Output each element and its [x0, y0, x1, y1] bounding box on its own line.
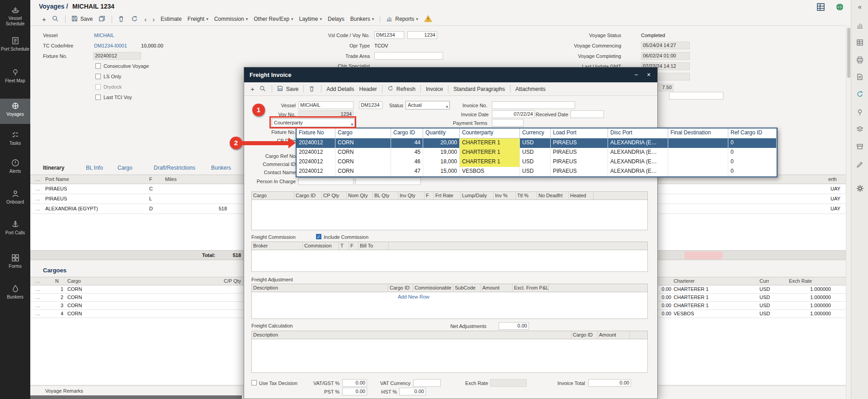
minimize-button[interactable]: −: [631, 71, 641, 79]
consecutive-voyage-checkbox[interactable]: [95, 63, 101, 69]
invoice-no-field[interactable]: [492, 101, 575, 109]
sidebar-item-tasks[interactable]: Tasks: [0, 130, 30, 146]
search-icon[interactable]: [259, 86, 267, 93]
fixture-no-field[interactable]: 20240012: [93, 52, 141, 60]
tab-draft-restrictions[interactable]: Draft/Restrictions: [154, 165, 195, 171]
delete-icon[interactable]: [118, 15, 125, 23]
sync-icon[interactable]: [856, 90, 864, 99]
dialog-titlebar[interactable]: Freight Invoice − ×: [244, 67, 657, 82]
vat-gst-field[interactable]: 0.00: [342, 379, 367, 387]
row-menu-icon[interactable]: …: [35, 294, 41, 300]
drydock-checkbox[interactable]: [95, 84, 101, 90]
include-commission-checkbox[interactable]: ✓: [316, 234, 321, 239]
add-new-row-link[interactable]: Add New Row: [398, 294, 429, 299]
row-menu-icon[interactable]: …: [35, 303, 41, 308]
masked-field-2[interactable]: [669, 92, 723, 100]
vessel-field[interactable]: MICHAIL: [298, 101, 354, 109]
header-button[interactable]: Header: [359, 86, 377, 92]
refresh-icon[interactable]: [131, 15, 138, 23]
dropdown-row[interactable]: 20240012 CORN 46 18,000 CHARTERER 1 USD …: [297, 157, 777, 167]
sidebar-item-port-calls[interactable]: Port Calls: [0, 220, 30, 236]
cargo-grid-body[interactable]: [251, 200, 648, 230]
standard-paragraphs-button[interactable]: Standard Paragraphs: [453, 86, 505, 92]
dropdown-row[interactable]: 20240012 CORN 44 20,000 CHARTERER 1 USD …: [297, 138, 777, 148]
prev-icon[interactable]: ‹: [144, 15, 146, 23]
vat-currency-field[interactable]: [413, 379, 441, 387]
search-icon[interactable]: [52, 15, 59, 23]
edit-icon[interactable]: [856, 160, 864, 168]
person-in-charge-field-2[interactable]: [355, 177, 421, 185]
tab-bl-info[interactable]: BL Info: [86, 165, 103, 171]
breadcrumb[interactable]: Voyages /: [39, 3, 68, 10]
attachments-button[interactable]: Attachments: [515, 86, 546, 92]
vsl-code-field[interactable]: DM1234: [374, 31, 404, 39]
scrollbar-thumb[interactable]: [847, 28, 850, 78]
add-icon[interactable]: +: [250, 85, 255, 93]
commission-grid-body[interactable]: [251, 250, 648, 272]
voyage-commencing-field[interactable]: 05/24/24 14:27: [641, 42, 690, 49]
vertical-scrollbar[interactable]: [846, 26, 851, 399]
archive-icon[interactable]: [856, 143, 864, 151]
payment-terms-field[interactable]: [492, 119, 524, 127]
commission-menu[interactable]: Commission▾: [214, 16, 248, 22]
trade-area-field[interactable]: [374, 52, 443, 60]
save-button[interactable]: Save: [277, 86, 298, 93]
net-adjustments-field[interactable]: 0.00: [499, 322, 529, 330]
voyage-completing-field[interactable]: 06/02/24 01:00: [641, 52, 690, 60]
row-menu-icon[interactable]: …: [35, 186, 41, 191]
dropdown-row[interactable]: 20240012 CORN 45 19,000 CHARTERER 1 USD …: [297, 148, 777, 157]
tc-code-value[interactable]: DM1234-I0001: [94, 43, 127, 48]
tab-itinerary[interactable]: Itinerary: [43, 165, 64, 171]
sidebar-item-voyages[interactable]: Voyages: [0, 99, 30, 124]
row-menu-icon[interactable]: …: [35, 286, 41, 292]
sidebar-item-alerts[interactable]: Alerts: [0, 158, 30, 174]
refresh-button[interactable]: Refresh: [387, 86, 415, 93]
row-menu-icon[interactable]: …: [35, 311, 41, 316]
use-tax-decision-checkbox[interactable]: [251, 380, 257, 385]
table-icon[interactable]: [856, 39, 864, 47]
chart-icon[interactable]: [856, 22, 864, 30]
row-menu-icon[interactable]: …: [35, 206, 41, 211]
reports-menu[interactable]: Reports▾: [386, 15, 418, 23]
delete-icon[interactable]: [309, 86, 316, 93]
close-button[interactable]: ×: [644, 71, 654, 79]
ls-only-checkbox[interactable]: [95, 74, 101, 79]
map-pin-icon[interactable]: [856, 109, 864, 117]
grid-view-icon[interactable]: [816, 3, 825, 13]
voy-no-field[interactable]: 1234: [407, 31, 437, 39]
add-icon[interactable]: +: [42, 15, 46, 23]
row-menu-icon[interactable]: …: [35, 196, 41, 201]
dropdown-row[interactable]: 20240012 CORN 47 15,000 VESBOS USD PIRAE…: [297, 167, 777, 176]
warning-icon[interactable]: [424, 15, 432, 24]
exch-rate-field[interactable]: [490, 379, 527, 387]
estimate-button[interactable]: Estimate: [160, 16, 182, 22]
invoice-total-field[interactable]: 0.00: [588, 379, 631, 387]
sidebar-item-vessel-schedule[interactable]: Vessel Schedule: [0, 5, 30, 27]
settings-icon[interactable]: [856, 185, 864, 193]
invoice-button[interactable]: Invoice: [426, 86, 443, 92]
save-button[interactable]: Save: [71, 15, 93, 23]
bunkers-menu[interactable]: Bunkers▾: [350, 16, 374, 22]
next-icon[interactable]: ›: [152, 15, 155, 23]
freight-menu[interactable]: Freight▾: [188, 16, 208, 22]
copy-icon[interactable]: [99, 15, 106, 23]
last-tci-voy-checkbox[interactable]: [95, 95, 101, 100]
globe-icon[interactable]: [835, 3, 844, 13]
voyage-remarks-field[interactable]: [30, 395, 242, 399]
pst-field[interactable]: 0.00: [342, 388, 367, 395]
document-icon[interactable]: [856, 73, 864, 81]
sidebar-item-fleet-map[interactable]: Fleet Map: [0, 68, 30, 84]
hst-field[interactable]: 0.00: [399, 388, 426, 395]
vessel-value[interactable]: MICHAIL: [94, 33, 114, 38]
person-in-charge-field[interactable]: [298, 177, 354, 185]
delays-button[interactable]: Delays: [328, 16, 344, 22]
sidebar-item-bunkers[interactable]: Bunkers: [0, 284, 30, 300]
laytime-menu[interactable]: Laytime▾: [299, 16, 322, 22]
printer-icon[interactable]: [856, 56, 864, 64]
tab-cargo[interactable]: Cargo: [118, 165, 132, 171]
add-details-button[interactable]: Add Details: [326, 86, 354, 92]
other-rev-exp-menu[interactable]: Other Rev/Exp▾: [254, 16, 293, 22]
received-date-field[interactable]: [571, 110, 604, 118]
sidebar-item-forms[interactable]: Forms: [0, 253, 30, 269]
sidebar-item-onboard[interactable]: Onboard: [0, 189, 30, 205]
